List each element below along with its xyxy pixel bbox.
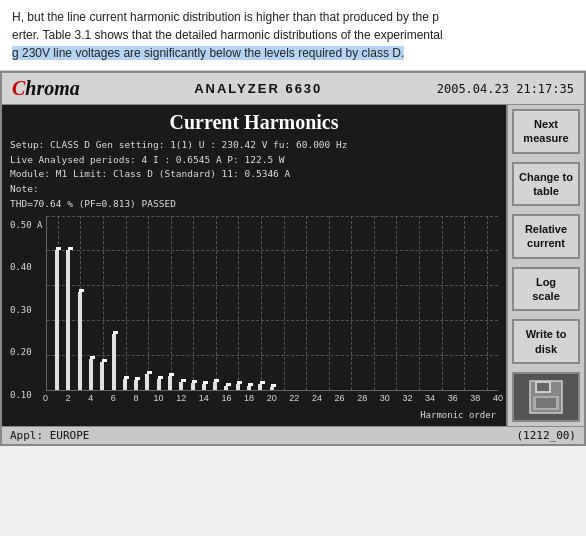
chart-info-line-4: Note:: [10, 182, 498, 197]
x-label-18: 18: [244, 393, 254, 403]
x-label-20: 20: [267, 393, 277, 403]
bar-h7: [123, 379, 127, 390]
bar-h11: [168, 376, 172, 390]
bar-h2: [66, 250, 70, 390]
x-label-8: 8: [133, 393, 138, 403]
bar-h16: [224, 386, 228, 390]
x-label-6: 6: [111, 393, 116, 403]
change-to-table-button[interactable]: Change to table: [512, 162, 580, 207]
sidebar: Next measure Change to table Relative cu…: [506, 105, 584, 426]
bar-dot-h3: [79, 289, 84, 292]
disk-icon: [512, 372, 580, 422]
analyzer-instrument: Chroma ANALYZER 6630 2005.04.23 21:17:35…: [0, 71, 586, 446]
grid-canvas: [46, 216, 498, 391]
bar-h5: [100, 362, 104, 390]
footer-left: Appl: EUROPE: [10, 429, 89, 442]
grid-v-14: [216, 216, 217, 390]
x-label-30: 30: [380, 393, 390, 403]
x-label-14: 14: [199, 393, 209, 403]
bar-h20: [270, 387, 274, 390]
write-to-disk-button[interactable]: Write to disk: [512, 319, 580, 364]
grid-v-20: [284, 216, 285, 390]
analyzer-header: Chroma ANALYZER 6630 2005.04.23 21:17:35: [2, 73, 584, 105]
bar-h14: [202, 384, 206, 390]
bar-h13: [191, 383, 195, 390]
bar-dot-h18: [248, 383, 253, 386]
grid-v-28: [374, 216, 375, 390]
grid-h-80: [47, 216, 498, 217]
x-label-12: 12: [176, 393, 186, 403]
bar-h3: [78, 292, 82, 390]
svg-rect-4: [536, 398, 556, 408]
bar-dot-h11: [169, 373, 174, 376]
relative-current-button[interactable]: Relative current: [512, 214, 580, 259]
grid-v-38: [487, 216, 488, 390]
chart-panel: Current Harmonics Setup: CLASS D Gen set…: [2, 105, 506, 426]
bar-h6: [112, 334, 116, 390]
chart-info-line-3: Module: M1 Limit: Class D (Standard) 11:…: [10, 167, 498, 182]
chart-info-line-2: Live Analysed periods: 4 I : 0.6545 A P:…: [10, 153, 498, 168]
x-label-0: 0: [43, 393, 48, 403]
grid-h-60: [47, 250, 498, 251]
bar-dot-h15: [214, 379, 219, 382]
log-scale-button[interactable]: Log scale: [512, 267, 580, 312]
grid-h-20: [47, 320, 498, 321]
x-label-38: 38: [470, 393, 480, 403]
analyzer-footer: Appl: EUROPE (1212_00): [2, 426, 584, 444]
bar-h4: [89, 359, 93, 390]
x-label-2: 2: [66, 393, 71, 403]
chart-info: Setup: CLASS D Gen setting: 1(1) U : 230…: [10, 138, 498, 212]
grid-v-8: [148, 216, 149, 390]
y-axis-labels: 0.50 A 0.40 0.30 0.20 0.10: [10, 216, 46, 420]
grid-v-10: [171, 216, 172, 390]
y-label-0.5: 0.50 A: [10, 220, 43, 230]
x-label-28: 28: [357, 393, 367, 403]
grid-v-24: [329, 216, 330, 390]
bar-h9: [145, 374, 149, 390]
bar-dot-h5: [102, 359, 107, 362]
grid-v-6: [126, 216, 127, 390]
bar-dot-h19: [260, 381, 265, 384]
x-label-22: 22: [289, 393, 299, 403]
x-axis-labels: 0 2 4 6 8 10 12 14 16 18 20 22 24 26: [46, 393, 498, 409]
chart-info-line-1: Setup: CLASS D Gen setting: 1(1) U : 230…: [10, 138, 498, 153]
x-label-4: 4: [88, 393, 93, 403]
grid-v-36: [464, 216, 465, 390]
grid-h-40: [47, 285, 498, 286]
bar-dot-h16: [226, 383, 231, 386]
grid-v-26: [351, 216, 352, 390]
bar-dot-h2: [68, 247, 73, 250]
grid-v-16: [238, 216, 239, 390]
top-line-2: erter. Table 3.1 shows that the detailed…: [12, 26, 574, 44]
bar-dot-h14: [203, 381, 208, 384]
bar-dot-h13: [192, 380, 197, 383]
bar-dot-h1: [56, 247, 61, 250]
grid-v-18: [261, 216, 262, 390]
analyzer-datetime: 2005.04.23 21:17:35: [437, 82, 574, 96]
y-label-0.2: 0.20: [10, 347, 43, 357]
y-label-0.4: 0.40: [10, 262, 43, 272]
chart-area: 0.50 A 0.40 0.30 0.20 0.10: [10, 216, 498, 420]
x-label-34: 34: [425, 393, 435, 403]
top-line-1: H, but the line current harmonic distrib…: [12, 8, 574, 26]
bar-dot-h17: [237, 381, 242, 384]
highlighted-text: g 230V line voltages are significantly b…: [12, 46, 404, 60]
chart-title: Current Harmonics: [10, 111, 498, 134]
bar-dot-h7: [124, 376, 129, 379]
footer-right: (1212_00): [516, 429, 576, 442]
bar-h19: [258, 384, 262, 390]
chart-info-line-5: THD=70.64 % (PF=0.813) PASSED: [10, 197, 498, 212]
bar-dot-h9: [147, 371, 152, 374]
bar-dot-h20: [271, 384, 276, 387]
x-label-40: 40: [493, 393, 503, 403]
bar-h17: [236, 384, 240, 390]
next-measure-button[interactable]: Next measure: [512, 109, 580, 154]
chroma-logo: Chroma: [12, 77, 80, 100]
grid-v-34: [442, 216, 443, 390]
bar-h12: [179, 382, 183, 390]
x-label-36: 36: [448, 393, 458, 403]
bar-dot-h10: [158, 376, 163, 379]
grid-v-32: [419, 216, 420, 390]
bar-dot-h6: [113, 331, 118, 334]
bar-h18: [247, 386, 251, 390]
